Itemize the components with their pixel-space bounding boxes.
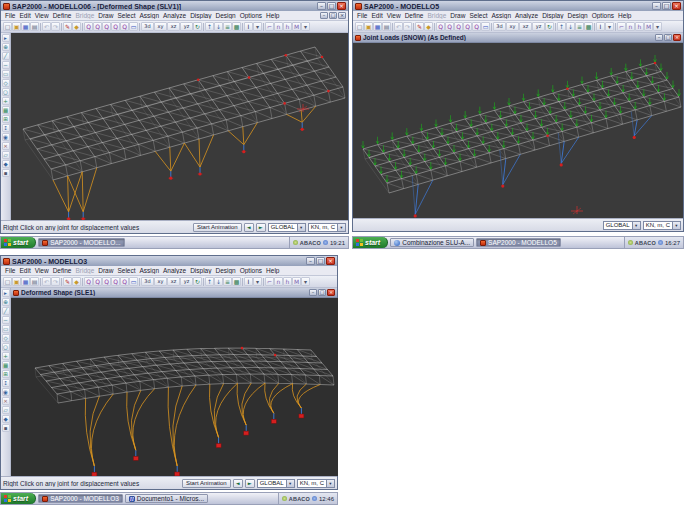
snap-edges-icon[interactable]: ◆ [2, 160, 10, 168]
menu-analyze[interactable]: Analyze [513, 12, 540, 19]
lock-model-icon[interactable]: ◆ [424, 22, 433, 31]
menu-options[interactable]: Options [238, 12, 264, 19]
volume-icon[interactable] [323, 240, 328, 245]
snap-edges-icon[interactable]: ◆ [2, 415, 10, 423]
snap-grid-icon[interactable]: ▦ [2, 106, 10, 114]
select-pointer-icon[interactable]: ▸ [2, 289, 10, 297]
coordinate-system-select[interactable]: GLOBAL ▾ [257, 479, 295, 488]
frame-section-icon[interactable]: I [244, 22, 253, 31]
titlebar[interactable]: SAP2000 - MODELLO06 - [Deformed Shape (S… [1, 1, 348, 11]
refresh-window-icon[interactable]: ✎ [415, 22, 424, 31]
zoom-out-icon[interactable]: Q [120, 22, 129, 31]
coordinate-system-select[interactable]: GLOBAL ▾ [268, 223, 306, 232]
child-minimize-button[interactable]: – [655, 34, 663, 41]
menu-view[interactable]: View [33, 267, 51, 274]
menu-assign[interactable]: Assign [138, 267, 162, 274]
start-animation-button[interactable]: Start Animation [182, 479, 231, 488]
menu-draw[interactable]: Draw [96, 12, 115, 19]
tray-app-icon[interactable] [282, 496, 287, 501]
snap-points-icon[interactable]: + [2, 97, 10, 105]
rubber-band-zoom-icon[interactable]: Q [436, 22, 445, 31]
draw-area-icon[interactable]: ▭ [2, 325, 10, 333]
rotate-3d-view-icon[interactable]: ↻ [193, 277, 202, 286]
menu-analyze[interactable]: Analyze [161, 12, 188, 19]
units-select[interactable]: KN, m, C ▾ [308, 223, 346, 232]
child-titlebar[interactable]: Joint Loads (SNOW) (As Defined) – □ × [353, 33, 683, 43]
snap-midpoints-icon[interactable]: ◉ [2, 388, 10, 396]
previous-frame-button[interactable]: ◄ [244, 223, 254, 232]
reshape-object-icon[interactable]: ⊕ [2, 298, 10, 306]
snap-perpendicular-icon[interactable]: × [2, 397, 10, 405]
restore-full-view-icon[interactable]: Q [445, 22, 454, 31]
draw-joint-icon[interactable]: ○ [2, 343, 10, 351]
start-button[interactable]: start [1, 493, 36, 504]
menu-view[interactable]: View [385, 12, 403, 19]
draw-dropdown-icon[interactable]: ▾ [301, 22, 310, 31]
units-select[interactable]: KN, m, C ▾ [643, 221, 681, 230]
menu-display[interactable]: Display [540, 12, 565, 19]
view-yz-icon[interactable]: yz [180, 277, 193, 286]
undo-icon[interactable]: ↶ [42, 277, 51, 286]
zoom-in-icon[interactable]: Q [111, 22, 120, 31]
move-down-in-list-icon[interactable]: ↓ [214, 22, 223, 31]
move-down-in-list-icon[interactable]: ↓ [214, 277, 223, 286]
undo-icon[interactable]: ↶ [394, 22, 403, 31]
move-up-in-list-icon[interactable]: ↑ [205, 22, 214, 31]
menu-draw[interactable]: Draw [448, 12, 467, 19]
move-down-in-list-icon[interactable]: ↓ [566, 22, 575, 31]
redo-icon[interactable]: ↷ [403, 22, 412, 31]
quick-draw-frame-icon[interactable]: n [274, 277, 283, 286]
menu-design[interactable]: Design [213, 12, 237, 19]
minimize-button[interactable]: – [317, 2, 326, 10]
next-frame-button[interactable]: ► [245, 479, 255, 488]
draw-frame-icon[interactable]: ⌐ [617, 22, 626, 31]
quick-draw-secondary-beam-icon[interactable]: M [644, 22, 653, 31]
snap-intersections-icon[interactable]: ⊞ [2, 115, 10, 123]
child-close-button[interactable]: × [327, 289, 335, 296]
refresh-window-icon[interactable]: ✎ [63, 277, 72, 286]
zoom-out-icon[interactable]: Q [472, 22, 481, 31]
close-button[interactable]: × [337, 2, 346, 10]
snap-points-icon[interactable]: + [2, 352, 10, 360]
restore-full-view-icon[interactable]: Q [93, 22, 102, 31]
open-model-icon[interactable]: ▣ [12, 22, 21, 31]
misc-tool-icon[interactable]: ▪ [2, 169, 10, 177]
section-dropdown-icon[interactable]: ▾ [253, 277, 262, 286]
rotate-3d-view-icon[interactable]: ↻ [545, 22, 554, 31]
select-pointer-icon[interactable]: ▸ [2, 34, 10, 42]
snap-perpendicular-icon[interactable]: × [2, 142, 10, 150]
task-button[interactable]: SAP2000 - MODELLO5 [476, 238, 561, 247]
menu-display[interactable]: Display [188, 12, 213, 19]
object-shrink-icon[interactable]: ▩ [232, 22, 241, 31]
view-xz-icon[interactable]: xz [519, 22, 532, 31]
menu-view[interactable]: View [33, 12, 51, 19]
draw-joint-icon[interactable]: ○ [2, 88, 10, 96]
view-yz-icon[interactable]: yz [532, 22, 545, 31]
object-shrink-icon[interactable]: ▩ [232, 277, 241, 286]
draw-area-icon[interactable]: ▭ [2, 70, 10, 78]
section-dropdown-icon[interactable]: ▾ [605, 22, 614, 31]
view-xy-icon[interactable]: xy [154, 22, 167, 31]
new-model-icon[interactable]: ▢ [3, 22, 12, 31]
titlebar[interactable]: SAP2000 - MODELLO3 – □ × [1, 256, 337, 266]
menu-bridge[interactable]: Bridge [73, 267, 96, 274]
zoom-in-icon[interactable]: Q [463, 22, 472, 31]
menu-bridge[interactable]: Bridge [73, 12, 96, 19]
menu-analyze[interactable]: Analyze [161, 267, 188, 274]
start-button[interactable]: start [353, 237, 388, 248]
mdi-restore-button[interactable]: □ [329, 12, 337, 19]
menu-file[interactable]: File [3, 12, 17, 19]
pan-icon[interactable]: ▭ [129, 22, 138, 31]
display-options-icon[interactable]: ≡ [223, 22, 232, 31]
pan-icon[interactable]: ▭ [129, 277, 138, 286]
maximize-button[interactable]: □ [327, 2, 336, 10]
task-button[interactable]: Combinazione SLU-A... [390, 238, 474, 247]
frame-section-icon[interactable]: I [244, 277, 253, 286]
previous-zoom-icon[interactable]: Q [102, 277, 111, 286]
draw-frame-icon[interactable]: ⌐ [265, 22, 274, 31]
titlebar[interactable]: SAP2000 - MODELLO5 – □ × [353, 1, 683, 11]
menu-display[interactable]: Display [188, 267, 213, 274]
coordinate-system-select[interactable]: GLOBAL ▾ [603, 221, 641, 230]
save-model-icon[interactable]: ▦ [373, 22, 382, 31]
draw-curve-icon[interactable]: ~ [2, 316, 10, 324]
